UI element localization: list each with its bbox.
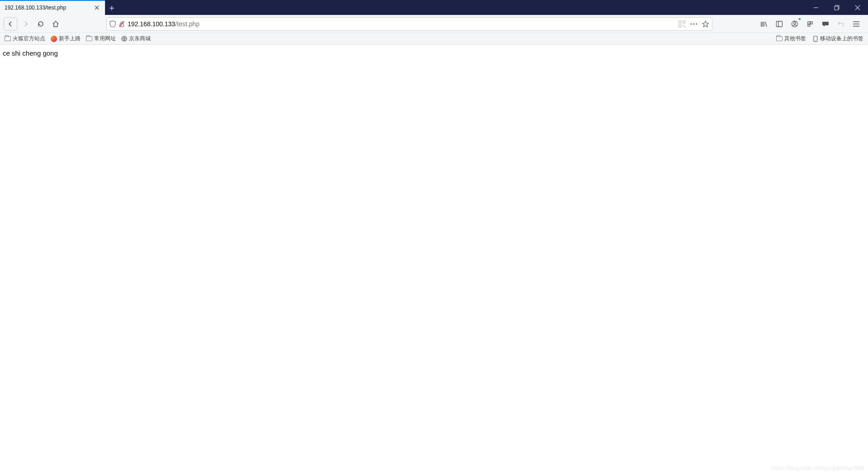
- url-bar[interactable]: 192.168.100.133/test.php: [106, 17, 712, 31]
- undo-icon[interactable]: [835, 18, 847, 30]
- back-button[interactable]: [4, 17, 17, 31]
- svg-point-10: [696, 23, 697, 24]
- navigation-toolbar: 192.168.100.133/test.php: [0, 15, 868, 33]
- tab-strip: 192.168.100.133/test.php: [0, 0, 868, 15]
- extension-icon[interactable]: [804, 18, 816, 30]
- svg-point-8: [691, 23, 692, 24]
- tab-title: 192.168.100.133/test.php: [5, 5, 93, 11]
- page-actions-icon[interactable]: [690, 23, 697, 25]
- svg-rect-7: [684, 26, 685, 27]
- svg-point-9: [693, 23, 695, 24]
- new-tab-button[interactable]: [105, 1, 119, 15]
- sidebar-icon[interactable]: [773, 18, 786, 30]
- minimize-button[interactable]: [806, 0, 826, 15]
- tab-active-indicator: [0, 0, 105, 1]
- account-icon[interactable]: [788, 18, 801, 30]
- page-body-text: ce shi cheng gong: [3, 49, 58, 57]
- reload-button[interactable]: [34, 18, 47, 30]
- bookmark-item[interactable]: 新手上路: [51, 35, 81, 43]
- folder-icon: [86, 36, 92, 41]
- close-tab-icon[interactable]: [93, 4, 100, 11]
- close-window-button[interactable]: [847, 0, 868, 15]
- svg-point-19: [815, 40, 816, 41]
- library-icon[interactable]: [758, 18, 770, 30]
- svg-rect-11: [777, 21, 782, 27]
- restore-button[interactable]: [826, 0, 847, 15]
- url-host: 192.168.100.133: [128, 20, 175, 28]
- svg-rect-3: [679, 21, 681, 23]
- svg-rect-16: [808, 24, 810, 26]
- folder-icon: [776, 36, 782, 41]
- bookmark-item[interactable]: 京东商城: [121, 35, 151, 43]
- bookmark-label: 火狐官方站点: [13, 35, 45, 43]
- shield-icon[interactable]: [110, 20, 116, 28]
- home-button[interactable]: [49, 18, 62, 30]
- app-menu-icon[interactable]: [850, 18, 863, 30]
- bookmark-label: 京东商城: [129, 35, 151, 43]
- bookmarks-toolbar: 火狐官方站点 新手上路 常用网址 京东商城 其他书签 移动设备上的书签: [0, 33, 868, 45]
- svg-rect-5: [679, 25, 681, 27]
- toolbar-right: [758, 18, 863, 30]
- svg-rect-4: [683, 21, 685, 23]
- bookmarks-right: 其他书签 移动设备上的书签: [776, 35, 863, 43]
- chat-icon[interactable]: [819, 18, 832, 30]
- svg-rect-14: [808, 22, 810, 24]
- watermark-text: https://blog.csdn.net/guojianchao666: [771, 465, 864, 471]
- folder-icon: [5, 36, 11, 41]
- firefox-icon: [51, 36, 57, 42]
- url-bar-actions: [678, 20, 709, 28]
- window-controls: [806, 0, 868, 15]
- bookmark-label: 移动设备上的书签: [820, 35, 863, 43]
- svg-rect-1: [835, 6, 838, 10]
- bookmark-label: 新手上路: [59, 35, 81, 43]
- page-viewport: ce shi cheng gong: [0, 45, 868, 62]
- globe-icon: [121, 36, 127, 42]
- url-path: /test.php: [175, 20, 200, 28]
- bookmark-label: 常用网址: [94, 35, 116, 43]
- bookmark-item[interactable]: 常用网址: [86, 35, 116, 43]
- forward-button[interactable]: [19, 18, 32, 30]
- nav-buttons: [4, 17, 62, 31]
- bookmark-item[interactable]: 其他书签: [776, 35, 806, 43]
- bookmark-star-icon[interactable]: [702, 20, 709, 28]
- mobile-icon: [812, 36, 818, 42]
- qr-icon[interactable]: [678, 20, 686, 28]
- url-text: 192.168.100.133/test.php: [128, 20, 676, 28]
- bookmark-item[interactable]: 火狐官方站点: [5, 35, 45, 43]
- svg-rect-6: [683, 25, 684, 26]
- insecure-lock-icon[interactable]: [119, 20, 125, 28]
- browser-tab-active[interactable]: 192.168.100.133/test.php: [0, 0, 105, 15]
- svg-rect-15: [811, 22, 812, 24]
- bookmark-item[interactable]: 移动设备上的书签: [812, 35, 863, 43]
- bookmarks-left: 火狐官方站点 新手上路 常用网址 京东商城: [5, 35, 151, 43]
- bookmark-label: 其他书签: [784, 35, 806, 43]
- svg-point-13: [794, 22, 796, 24]
